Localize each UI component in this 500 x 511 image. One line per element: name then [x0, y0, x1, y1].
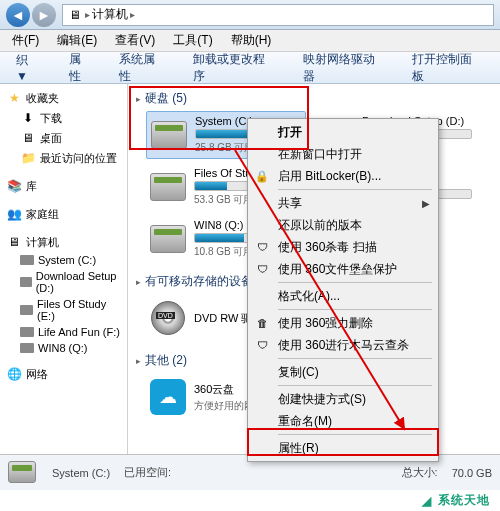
drive-icon [20, 255, 34, 265]
sidebar-homegroup-header[interactable]: 👥家庭组 [0, 204, 127, 224]
ctx-360-fortress[interactable]: 🛡使用 360文件堡垒保护 [250, 258, 436, 280]
sidebar-drive-e[interactable]: Files Of Study (E:) [0, 296, 127, 324]
sidebar-libraries-header[interactable]: 📚库 [0, 176, 127, 196]
uninstall-button[interactable]: 卸载或更改程序 [183, 47, 287, 89]
sidebar-drive-d[interactable]: Download Setup (D:) [0, 268, 127, 296]
sidebar-computer-header[interactable]: 🖥计算机 [0, 232, 127, 252]
ctx-bitlocker[interactable]: 🔒启用 BitLocker(B)... [250, 165, 436, 187]
hdd-icon [149, 115, 189, 155]
shield-icon: 🛡 [254, 239, 270, 255]
separator [278, 358, 432, 359]
sidebar-item-downloads[interactable]: ⬇下载 [0, 108, 127, 128]
drive-icon [20, 343, 34, 353]
download-icon: ⬇ [20, 110, 36, 126]
triangle-down-icon: ▸ [136, 356, 141, 366]
computer-icon: 🖥 [67, 7, 83, 23]
ctx-rename[interactable]: 重命名(M) [250, 410, 436, 432]
hdd-icon [148, 167, 188, 207]
properties-button[interactable]: 属性 [59, 47, 103, 89]
separator [278, 434, 432, 435]
shield-icon: 🛡 [254, 337, 270, 353]
status-total-value: 70.0 GB [452, 467, 492, 479]
chevron-right-icon: ▸ [130, 9, 135, 20]
status-total-label: 总大小: [402, 465, 438, 480]
desktop-icon: 🖥 [20, 130, 36, 146]
network-icon: 🌐 [6, 366, 22, 382]
shield-icon: 🛡 [254, 261, 270, 277]
triangle-down-icon: ▸ [136, 277, 141, 287]
nav-forward-button[interactable]: ► [32, 3, 56, 27]
library-icon: 📚 [6, 178, 22, 194]
homegroup-icon: 👥 [6, 206, 22, 222]
ctx-properties[interactable]: 属性(R) [250, 437, 436, 459]
cloud-icon: ☁ [148, 377, 188, 417]
nav-back-button[interactable]: ◄ [6, 3, 30, 27]
chevron-right-icon: ▸ [85, 9, 90, 20]
chevron-right-icon: ▶ [422, 198, 430, 209]
separator [278, 189, 432, 190]
separator [278, 385, 432, 386]
breadcrumb-label: 计算机 [92, 6, 128, 23]
sidebar-favorites-label: 收藏夹 [26, 91, 59, 106]
dvd-icon: DVD [148, 298, 188, 338]
section-hdd-header[interactable]: ▸硬盘 (5) [132, 88, 500, 109]
watermark: ◢ 系统天地 [0, 490, 500, 511]
drive-icon [20, 277, 32, 287]
hdd-icon [148, 219, 188, 259]
star-icon: ★ [6, 90, 22, 106]
separator [278, 309, 432, 310]
lock-icon: 🔒 [254, 168, 270, 184]
map-drive-button[interactable]: 映射网络驱动器 [293, 47, 397, 89]
ctx-360-scan[interactable]: 🛡使用 360杀毒 扫描 [250, 236, 436, 258]
ctx-360-trojan-scan[interactable]: 🛡使用 360进行木马云查杀 [250, 334, 436, 356]
ctx-open[interactable]: 打开 [250, 121, 436, 143]
system-properties-button[interactable]: 系统属性 [109, 47, 177, 89]
drive-icon [20, 305, 33, 315]
ctx-format[interactable]: 格式化(A)... [250, 285, 436, 307]
triangle-down-icon: ▸ [136, 94, 141, 104]
ctx-open-new-window[interactable]: 在新窗口中打开 [250, 143, 436, 165]
sidebar-item-recent[interactable]: 📁最近访问的位置 [0, 148, 127, 168]
hdd-icon [8, 461, 38, 485]
separator [278, 282, 432, 283]
sidebar-favorites-header[interactable]: ★ 收藏夹 [0, 88, 127, 108]
sidebar-network-header[interactable]: 🌐网络 [0, 364, 127, 384]
ctx-copy[interactable]: 复制(C) [250, 361, 436, 383]
sidebar-item-desktop[interactable]: 🖥桌面 [0, 128, 127, 148]
trash-icon: 🗑 [254, 315, 270, 331]
drive-icon [20, 327, 34, 337]
organize-button[interactable]: 织 ▼ [6, 48, 53, 87]
breadcrumb[interactable]: 🖥 ▸ 计算机 ▸ [62, 4, 494, 26]
ctx-create-shortcut[interactable]: 创建快捷方式(S) [250, 388, 436, 410]
ctx-360-force-delete[interactable]: 🗑使用 360强力删除 [250, 312, 436, 334]
status-drive-name: System (C:) [52, 467, 110, 479]
control-panel-button[interactable]: 打开控制面板 [402, 47, 494, 89]
ctx-share[interactable]: 共享▶ [250, 192, 436, 214]
sidebar-drive-c[interactable]: System (C:) [0, 252, 127, 268]
recent-icon: 📁 [20, 150, 36, 166]
sidebar: ★ 收藏夹 ⬇下载 🖥桌面 📁最近访问的位置 📚库 👥家庭组 🖥计算机 Syst… [0, 84, 128, 489]
computer-icon: 🖥 [6, 234, 22, 250]
ctx-restore-versions[interactable]: 还原以前的版本 [250, 214, 436, 236]
status-used-label: 已用空间: [124, 465, 171, 480]
context-menu: 打开 在新窗口中打开 🔒启用 BitLocker(B)... 共享▶ 还原以前的… [247, 118, 439, 462]
sidebar-drive-q[interactable]: WIN8 (Q:) [0, 340, 127, 356]
sidebar-drive-f[interactable]: Life And Fun (F:) [0, 324, 127, 340]
